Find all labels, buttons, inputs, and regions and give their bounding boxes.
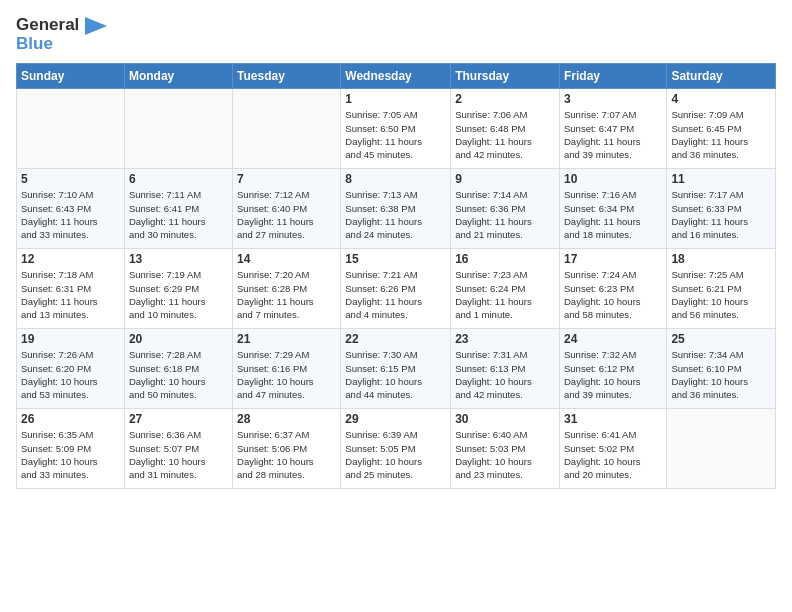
day-info: Sunrise: 7:20 AM Sunset: 6:28 PM Dayligh…	[237, 268, 336, 321]
day-info: Sunrise: 7:10 AM Sunset: 6:43 PM Dayligh…	[21, 188, 120, 241]
calendar-cell: 5Sunrise: 7:10 AM Sunset: 6:43 PM Daylig…	[17, 169, 125, 249]
calendar-cell: 2Sunrise: 7:06 AM Sunset: 6:48 PM Daylig…	[451, 89, 560, 169]
calendar-week-row: 26Sunrise: 6:35 AM Sunset: 5:09 PM Dayli…	[17, 409, 776, 489]
day-number: 2	[455, 92, 555, 106]
day-number: 27	[129, 412, 228, 426]
day-number: 11	[671, 172, 771, 186]
calendar-cell: 26Sunrise: 6:35 AM Sunset: 5:09 PM Dayli…	[17, 409, 125, 489]
logo-arrow-icon	[85, 17, 107, 35]
day-number: 25	[671, 332, 771, 346]
calendar-cell: 7Sunrise: 7:12 AM Sunset: 6:40 PM Daylig…	[233, 169, 341, 249]
page-container: General Blue SundayMondayTuesdayWednesda…	[0, 0, 792, 612]
calendar-cell: 31Sunrise: 6:41 AM Sunset: 5:02 PM Dayli…	[559, 409, 666, 489]
calendar-table: SundayMondayTuesdayWednesdayThursdayFrid…	[16, 63, 776, 489]
logo-blue: Blue	[16, 34, 53, 53]
day-info: Sunrise: 7:25 AM Sunset: 6:21 PM Dayligh…	[671, 268, 771, 321]
day-info: Sunrise: 7:19 AM Sunset: 6:29 PM Dayligh…	[129, 268, 228, 321]
day-number: 24	[564, 332, 662, 346]
day-info: Sunrise: 7:32 AM Sunset: 6:12 PM Dayligh…	[564, 348, 662, 401]
day-number: 4	[671, 92, 771, 106]
weekday-header-tuesday: Tuesday	[233, 64, 341, 89]
weekday-header-row: SundayMondayTuesdayWednesdayThursdayFrid…	[17, 64, 776, 89]
day-number: 6	[129, 172, 228, 186]
day-info: Sunrise: 6:37 AM Sunset: 5:06 PM Dayligh…	[237, 428, 336, 481]
day-number: 1	[345, 92, 446, 106]
weekday-header-sunday: Sunday	[17, 64, 125, 89]
calendar-cell: 8Sunrise: 7:13 AM Sunset: 6:38 PM Daylig…	[341, 169, 451, 249]
weekday-header-wednesday: Wednesday	[341, 64, 451, 89]
day-info: Sunrise: 6:39 AM Sunset: 5:05 PM Dayligh…	[345, 428, 446, 481]
calendar-cell: 16Sunrise: 7:23 AM Sunset: 6:24 PM Dayli…	[451, 249, 560, 329]
calendar-cell: 28Sunrise: 6:37 AM Sunset: 5:06 PM Dayli…	[233, 409, 341, 489]
day-info: Sunrise: 7:18 AM Sunset: 6:31 PM Dayligh…	[21, 268, 120, 321]
calendar-week-row: 12Sunrise: 7:18 AM Sunset: 6:31 PM Dayli…	[17, 249, 776, 329]
calendar-cell: 24Sunrise: 7:32 AM Sunset: 6:12 PM Dayli…	[559, 329, 666, 409]
calendar-week-row: 19Sunrise: 7:26 AM Sunset: 6:20 PM Dayli…	[17, 329, 776, 409]
day-info: Sunrise: 7:34 AM Sunset: 6:10 PM Dayligh…	[671, 348, 771, 401]
calendar-cell: 20Sunrise: 7:28 AM Sunset: 6:18 PM Dayli…	[124, 329, 232, 409]
calendar-cell: 12Sunrise: 7:18 AM Sunset: 6:31 PM Dayli…	[17, 249, 125, 329]
day-number: 26	[21, 412, 120, 426]
day-number: 8	[345, 172, 446, 186]
calendar-cell: 23Sunrise: 7:31 AM Sunset: 6:13 PM Dayli…	[451, 329, 560, 409]
day-info: Sunrise: 7:06 AM Sunset: 6:48 PM Dayligh…	[455, 108, 555, 161]
calendar-cell: 19Sunrise: 7:26 AM Sunset: 6:20 PM Dayli…	[17, 329, 125, 409]
calendar-cell: 14Sunrise: 7:20 AM Sunset: 6:28 PM Dayli…	[233, 249, 341, 329]
weekday-header-saturday: Saturday	[667, 64, 776, 89]
day-info: Sunrise: 7:17 AM Sunset: 6:33 PM Dayligh…	[671, 188, 771, 241]
calendar-cell: 4Sunrise: 7:09 AM Sunset: 6:45 PM Daylig…	[667, 89, 776, 169]
calendar-cell: 27Sunrise: 6:36 AM Sunset: 5:07 PM Dayli…	[124, 409, 232, 489]
calendar-cell: 9Sunrise: 7:14 AM Sunset: 6:36 PM Daylig…	[451, 169, 560, 249]
weekday-header-monday: Monday	[124, 64, 232, 89]
day-number: 20	[129, 332, 228, 346]
day-info: Sunrise: 7:16 AM Sunset: 6:34 PM Dayligh…	[564, 188, 662, 241]
day-info: Sunrise: 7:05 AM Sunset: 6:50 PM Dayligh…	[345, 108, 446, 161]
day-info: Sunrise: 7:21 AM Sunset: 6:26 PM Dayligh…	[345, 268, 446, 321]
day-info: Sunrise: 7:30 AM Sunset: 6:15 PM Dayligh…	[345, 348, 446, 401]
day-number: 10	[564, 172, 662, 186]
day-number: 19	[21, 332, 120, 346]
day-number: 21	[237, 332, 336, 346]
day-number: 28	[237, 412, 336, 426]
calendar-cell: 29Sunrise: 6:39 AM Sunset: 5:05 PM Dayli…	[341, 409, 451, 489]
calendar-cell: 25Sunrise: 7:34 AM Sunset: 6:10 PM Dayli…	[667, 329, 776, 409]
day-info: Sunrise: 7:14 AM Sunset: 6:36 PM Dayligh…	[455, 188, 555, 241]
day-info: Sunrise: 7:11 AM Sunset: 6:41 PM Dayligh…	[129, 188, 228, 241]
calendar-cell: 1Sunrise: 7:05 AM Sunset: 6:50 PM Daylig…	[341, 89, 451, 169]
day-info: Sunrise: 6:36 AM Sunset: 5:07 PM Dayligh…	[129, 428, 228, 481]
calendar-cell: 22Sunrise: 7:30 AM Sunset: 6:15 PM Dayli…	[341, 329, 451, 409]
day-number: 31	[564, 412, 662, 426]
day-info: Sunrise: 7:26 AM Sunset: 6:20 PM Dayligh…	[21, 348, 120, 401]
calendar-cell	[17, 89, 125, 169]
day-number: 17	[564, 252, 662, 266]
day-info: Sunrise: 7:07 AM Sunset: 6:47 PM Dayligh…	[564, 108, 662, 161]
day-number: 16	[455, 252, 555, 266]
calendar-cell: 17Sunrise: 7:24 AM Sunset: 6:23 PM Dayli…	[559, 249, 666, 329]
day-number: 18	[671, 252, 771, 266]
logo-general: General	[16, 15, 79, 34]
day-info: Sunrise: 7:28 AM Sunset: 6:18 PM Dayligh…	[129, 348, 228, 401]
day-info: Sunrise: 6:35 AM Sunset: 5:09 PM Dayligh…	[21, 428, 120, 481]
day-number: 5	[21, 172, 120, 186]
calendar-cell: 18Sunrise: 7:25 AM Sunset: 6:21 PM Dayli…	[667, 249, 776, 329]
day-number: 12	[21, 252, 120, 266]
day-info: Sunrise: 7:23 AM Sunset: 6:24 PM Dayligh…	[455, 268, 555, 321]
logo-wordmark: General Blue	[16, 16, 107, 53]
calendar-cell	[233, 89, 341, 169]
day-number: 14	[237, 252, 336, 266]
day-info: Sunrise: 7:24 AM Sunset: 6:23 PM Dayligh…	[564, 268, 662, 321]
day-info: Sunrise: 7:12 AM Sunset: 6:40 PM Dayligh…	[237, 188, 336, 241]
day-number: 15	[345, 252, 446, 266]
day-number: 7	[237, 172, 336, 186]
calendar-cell	[124, 89, 232, 169]
day-number: 30	[455, 412, 555, 426]
calendar-week-row: 5Sunrise: 7:10 AM Sunset: 6:43 PM Daylig…	[17, 169, 776, 249]
day-info: Sunrise: 7:09 AM Sunset: 6:45 PM Dayligh…	[671, 108, 771, 161]
calendar-cell: 6Sunrise: 7:11 AM Sunset: 6:41 PM Daylig…	[124, 169, 232, 249]
day-number: 29	[345, 412, 446, 426]
calendar-cell: 3Sunrise: 7:07 AM Sunset: 6:47 PM Daylig…	[559, 89, 666, 169]
calendar-cell: 21Sunrise: 7:29 AM Sunset: 6:16 PM Dayli…	[233, 329, 341, 409]
day-info: Sunrise: 7:31 AM Sunset: 6:13 PM Dayligh…	[455, 348, 555, 401]
day-info: Sunrise: 6:40 AM Sunset: 5:03 PM Dayligh…	[455, 428, 555, 481]
day-number: 3	[564, 92, 662, 106]
